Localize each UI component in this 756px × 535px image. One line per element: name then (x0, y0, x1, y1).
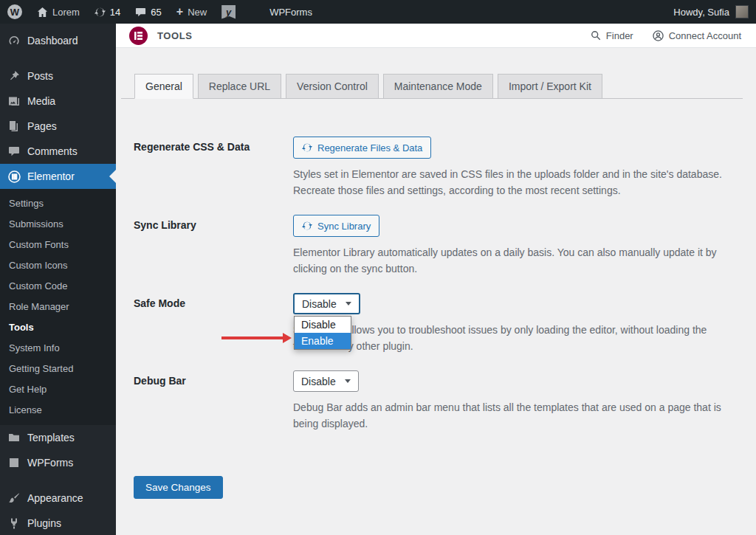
sidebar-item-posts[interactable]: Posts (0, 63, 116, 89)
submenu-item-custom-code[interactable]: Custom Code (0, 276, 116, 297)
clipboard-icon (7, 456, 21, 469)
safe-mode-select-value: Disable (302, 298, 337, 310)
tab-version-control[interactable]: Version Control (286, 74, 379, 99)
submenu-item-license[interactable]: License (0, 400, 116, 421)
elementor-icon (7, 170, 21, 183)
pushpin-icon (7, 69, 21, 83)
sidebar-item-elementor[interactable]: Elementor (0, 164, 116, 189)
regenerate-files-button[interactable]: Regenerate Files & Data (293, 137, 431, 159)
wordpress-logo-icon: W (7, 4, 22, 19)
updates-icon (94, 7, 106, 18)
regenerate-css-description: Styles set in Elementor are saved in CSS… (293, 166, 741, 199)
sidebar-item-plugins[interactable]: Plugins (0, 511, 116, 535)
comment-icon (7, 145, 21, 158)
sync-library-label: Sync Library (134, 215, 293, 277)
sidebar-item-media[interactable]: Media (0, 89, 116, 114)
updates-menu[interactable]: 14 (87, 0, 128, 24)
updates-count: 14 (110, 7, 120, 18)
media-icon (7, 94, 21, 108)
dashboard-icon (7, 34, 21, 47)
admin-sidebar: Dashboard Posts Media Pages Comments Ele… (0, 24, 116, 535)
sync-icon (302, 221, 312, 231)
finder-label: Finder (606, 30, 633, 41)
tools-tab-bar: General Replace URL Version Control Main… (121, 74, 743, 99)
sidebar-item-dashboard[interactable]: Dashboard (0, 28, 116, 53)
sidebar-item-label: Media (27, 95, 55, 107)
tab-general[interactable]: General (134, 74, 193, 99)
sidebar-item-label: Plugins (27, 517, 61, 529)
sync-library-description: Elementor Library automatically updates … (293, 244, 741, 277)
sidebar-item-comments[interactable]: Comments (0, 139, 116, 164)
plugin-icon (7, 517, 21, 530)
comments-count: 65 (151, 7, 161, 18)
avatar (735, 5, 749, 18)
tab-replace-url[interactable]: Replace URL (198, 74, 281, 99)
submenu-item-custom-fonts[interactable]: Custom Fonts (0, 235, 116, 255)
main-content: TOOLS Finder Connect Account General Rep… (116, 24, 756, 535)
submenu-item-system-info[interactable]: System Info (0, 338, 116, 359)
refresh-icon (302, 142, 312, 153)
general-settings-form: Regenerate CSS & Data Regenerate Files &… (116, 99, 756, 499)
site-name-menu[interactable]: Lorem (30, 0, 87, 24)
sidebar-item-label: Templates (27, 432, 75, 443)
debug-bar-row: Debug Bar Disable Debug Bar adds an admi… (134, 370, 741, 432)
connect-account-label: Connect Account (669, 30, 741, 41)
wp-logo-menu[interactable]: W (0, 0, 30, 24)
tab-maintenance-mode[interactable]: Maintenance Mode (383, 74, 493, 99)
sidebar-item-label: Dashboard (27, 35, 78, 46)
chevron-down-icon (345, 379, 351, 383)
safe-mode-select[interactable]: Disable (293, 293, 360, 314)
wpforms-topbar-menu[interactable]: WPForms (262, 0, 320, 24)
elementor-submenu: Settings Submissions Custom Fonts Custom… (0, 189, 116, 425)
tab-import-export-kit[interactable]: Import / Export Kit (498, 74, 602, 99)
site-name-label: Lorem (52, 7, 80, 18)
debug-bar-label: Debug Bar (134, 370, 293, 432)
safe-mode-option-enable[interactable]: Enable (295, 333, 351, 349)
sidebar-item-label: Elementor (27, 170, 75, 182)
home-icon (37, 7, 48, 18)
sidebar-separator (0, 475, 116, 486)
submenu-item-getting-started[interactable]: Getting Started (0, 359, 116, 379)
submenu-item-custom-icons[interactable]: Custom Icons (0, 255, 116, 276)
annotation-arrow (221, 336, 283, 339)
sidebar-item-appearance[interactable]: Appearance (0, 486, 116, 511)
safe-mode-option-disable[interactable]: Disable (295, 317, 351, 333)
submenu-item-role-manager[interactable]: Role Manager (0, 297, 116, 317)
sidebar-item-label: Comments (27, 145, 78, 157)
sidebar-item-pages[interactable]: Pages (0, 114, 116, 139)
submenu-item-get-help[interactable]: Get Help (0, 379, 116, 400)
safe-mode-dropdown: Disable Enable (294, 316, 351, 350)
sidebar-item-templates[interactable]: Templates (0, 425, 116, 450)
sidebar-item-label: WPForms (27, 457, 73, 469)
comments-menu[interactable]: 65 (128, 0, 168, 24)
submenu-item-tools[interactable]: Tools (0, 317, 116, 338)
brush-icon (7, 491, 21, 505)
sync-library-button-label: Sync Library (317, 221, 371, 232)
debug-bar-select[interactable]: Disable (293, 370, 359, 392)
pages-icon (7, 120, 21, 133)
sync-library-button[interactable]: Sync Library (293, 215, 379, 237)
regenerate-files-button-label: Regenerate Files & Data (317, 142, 422, 153)
save-changes-button[interactable]: Save Changes (134, 476, 223, 499)
new-label: New (188, 7, 207, 18)
finder-button[interactable]: Finder (591, 30, 633, 41)
sidebar-item-label: Posts (27, 70, 53, 82)
comment-bubble-icon (135, 7, 146, 18)
elementor-logo-icon (129, 27, 148, 45)
howdy-label: Howdy, Sufia (673, 7, 729, 18)
wpforms-topbar-label: WPForms (269, 7, 312, 18)
regenerate-css-row: Regenerate CSS & Data Regenerate Files &… (134, 137, 741, 199)
account-menu[interactable]: Howdy, Sufia (673, 5, 756, 18)
submenu-item-settings[interactable]: Settings (0, 193, 116, 214)
elementor-page-header: TOOLS Finder Connect Account (116, 24, 756, 48)
submenu-item-submissions[interactable]: Submissions (0, 214, 116, 235)
sidebar-item-wpforms[interactable]: WPForms (0, 450, 116, 475)
yoast-seo-menu[interactable]: y (214, 0, 243, 24)
sidebar-separator (0, 53, 116, 63)
new-content-menu[interactable]: + New (169, 0, 214, 24)
connect-account-button[interactable]: Connect Account (653, 30, 741, 41)
debug-bar-description: Debug Bar adds an admin bar menu that li… (293, 399, 741, 432)
sidebar-item-label: Pages (27, 120, 57, 132)
user-icon (653, 30, 664, 41)
yoast-icon: y (221, 5, 236, 19)
